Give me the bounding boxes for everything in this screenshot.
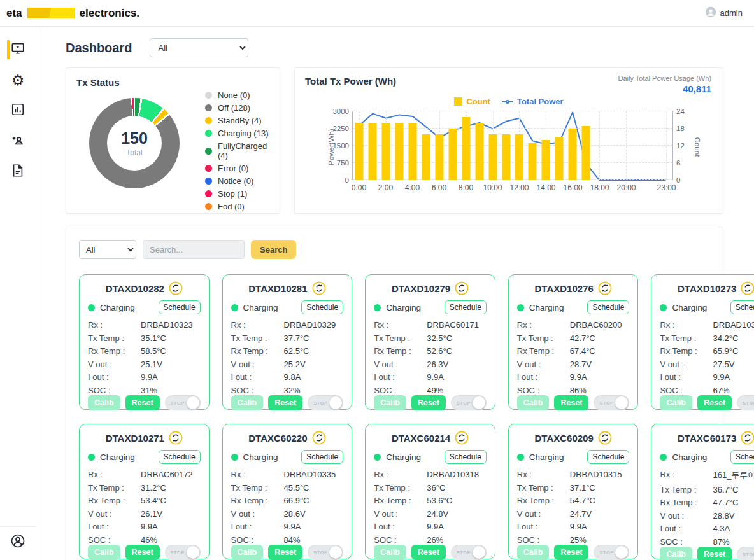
stop-toggle[interactable]: STOP — [451, 545, 487, 560]
sidebar-item-add-user[interactable] — [0, 126, 36, 157]
refresh-icon[interactable] — [169, 281, 183, 295]
legend-dot-icon — [205, 203, 212, 210]
schedule-button[interactable]: Schedule — [587, 300, 629, 314]
calib-button[interactable]: Calib — [517, 395, 550, 410]
device-card: DTAXD10276 Charging Schedule Rx :DRBAC60… — [508, 274, 639, 410]
refresh-icon[interactable] — [455, 281, 469, 295]
reset-button[interactable]: Reset — [268, 395, 302, 410]
refresh-icon[interactable] — [741, 281, 754, 295]
toggle-knob-icon — [615, 546, 628, 559]
reset-button[interactable]: Reset — [411, 545, 446, 560]
device-title: DTAXD10276 — [535, 283, 594, 294]
calib-button[interactable]: Calib — [231, 395, 264, 410]
calib-button[interactable]: Calib — [374, 545, 406, 560]
reset-button[interactable]: Reset — [125, 545, 160, 560]
schedule-button[interactable]: Schedule — [445, 450, 487, 464]
calib-button[interactable]: Calib — [88, 545, 120, 560]
stop-toggle[interactable]: STOP — [165, 395, 201, 410]
calib-button[interactable]: Calib — [660, 395, 692, 410]
device-info-row: I out :9.9A — [517, 522, 630, 531]
user-menu[interactable]: admin — [705, 6, 743, 20]
calib-button[interactable]: Calib — [660, 547, 692, 560]
search-button[interactable]: Search — [251, 240, 296, 259]
refresh-icon[interactable] — [169, 431, 183, 445]
schedule-button[interactable]: Schedule — [445, 300, 487, 314]
device-info-row: V out :26.1V — [88, 509, 201, 519]
count-bar — [555, 137, 564, 181]
toggle-knob-icon — [473, 546, 485, 559]
refresh-icon[interactable] — [741, 431, 754, 445]
stop-toggle[interactable]: STOP — [594, 395, 629, 410]
calib-button[interactable]: Calib — [374, 395, 406, 410]
user-avatar-icon — [705, 6, 716, 20]
count-bar — [462, 117, 470, 180]
legend-dot-icon — [205, 130, 212, 137]
device-info-row: Rx Temp :47.7°C — [660, 498, 754, 507]
sidebar-item-dashboard[interactable] — [0, 34, 36, 65]
schedule-button[interactable]: Schedule — [301, 450, 343, 464]
reset-button[interactable]: Reset — [697, 395, 732, 410]
sidebar-item-documents[interactable] — [0, 157, 36, 187]
legend-count[interactable]: Count — [454, 97, 490, 106]
device-info-row: Rx :DRBAD10322 — [660, 320, 754, 330]
tx-status-card: Tx Status 150 Total None (0) Off (128) S… — [66, 67, 280, 214]
refresh-icon[interactable] — [598, 281, 612, 295]
device-card: DTAXC60173 Charging Schedule Rx :161_두루아… — [651, 424, 754, 559]
toggle-knob-icon — [187, 396, 199, 409]
refresh-icon[interactable] — [312, 431, 326, 445]
stop-toggle[interactable]: STOP — [594, 545, 629, 560]
calib-button[interactable]: Calib — [231, 545, 264, 560]
count-bar — [515, 134, 523, 180]
stop-toggle-label: STOP — [599, 400, 613, 406]
calib-button[interactable]: Calib — [88, 395, 120, 410]
refresh-icon[interactable] — [455, 431, 469, 445]
sidebar-item-statistics[interactable] — [0, 95, 36, 126]
stop-toggle-label: STOP — [457, 550, 471, 556]
reset-button[interactable]: Reset — [554, 395, 588, 410]
tx-status-donut-chart: 150 Total — [89, 98, 180, 188]
legend-item: Stop (1) — [205, 189, 269, 199]
sidebar-item-account[interactable] — [0, 526, 36, 560]
stop-toggle[interactable]: STOP — [737, 395, 754, 410]
device-info-row: V out :24.8V — [374, 509, 487, 519]
legend-total-power[interactable]: Total Power — [502, 97, 564, 106]
stop-toggle[interactable]: STOP — [308, 545, 343, 560]
device-info-row: Rx Temp :62.5°C — [231, 346, 344, 356]
device-info-row: SOC :67% — [660, 386, 754, 395]
dashboard-filter-select[interactable]: All — [150, 38, 248, 57]
reset-button[interactable]: Reset — [554, 545, 588, 560]
device-info-row: V out :25.2V — [231, 360, 344, 369]
schedule-button[interactable]: Schedule — [730, 300, 754, 314]
search-input[interactable] — [143, 240, 245, 259]
reset-button[interactable]: Reset — [411, 395, 446, 410]
sidebar-item-settings[interactable]: ⚙ — [0, 65, 36, 95]
logo-yellow-band — [27, 8, 75, 18]
status-dot-icon — [88, 454, 95, 461]
reset-button[interactable]: Reset — [125, 395, 160, 410]
schedule-button[interactable]: Schedule — [159, 300, 201, 314]
status-dot-icon — [231, 454, 238, 461]
schedule-button[interactable]: Schedule — [587, 450, 629, 464]
stop-toggle[interactable]: STOP — [308, 395, 343, 410]
line-marker-icon — [502, 99, 513, 104]
schedule-button[interactable]: Schedule — [730, 450, 754, 464]
stop-toggle[interactable]: STOP — [165, 545, 201, 560]
device-title: DTAXD10273 — [678, 283, 736, 294]
device-info-row: Rx :DRBAD10318 — [374, 470, 487, 479]
reset-button[interactable]: Reset — [697, 547, 732, 560]
schedule-button[interactable]: Schedule — [159, 450, 201, 464]
device-filter-select[interactable]: All — [79, 240, 136, 259]
reset-button[interactable]: Reset — [268, 545, 302, 560]
calib-button[interactable]: Calib — [517, 545, 550, 560]
refresh-icon[interactable] — [598, 431, 612, 445]
device-info-rows: Rx :DRBAC60171Tx Temp :32.5°CRx Temp :52… — [374, 320, 487, 395]
stop-toggle[interactable]: STOP — [737, 547, 754, 560]
logo-text-left: eta — [6, 7, 22, 20]
device-info-row: SOC :32% — [231, 386, 344, 395]
schedule-button[interactable]: Schedule — [301, 300, 343, 314]
count-bar — [448, 129, 457, 180]
gear-icon: ⚙ — [11, 73, 25, 88]
stop-toggle[interactable]: STOP — [451, 395, 487, 410]
refresh-icon[interactable] — [312, 281, 326, 295]
stop-toggle-label: STOP — [457, 400, 471, 406]
